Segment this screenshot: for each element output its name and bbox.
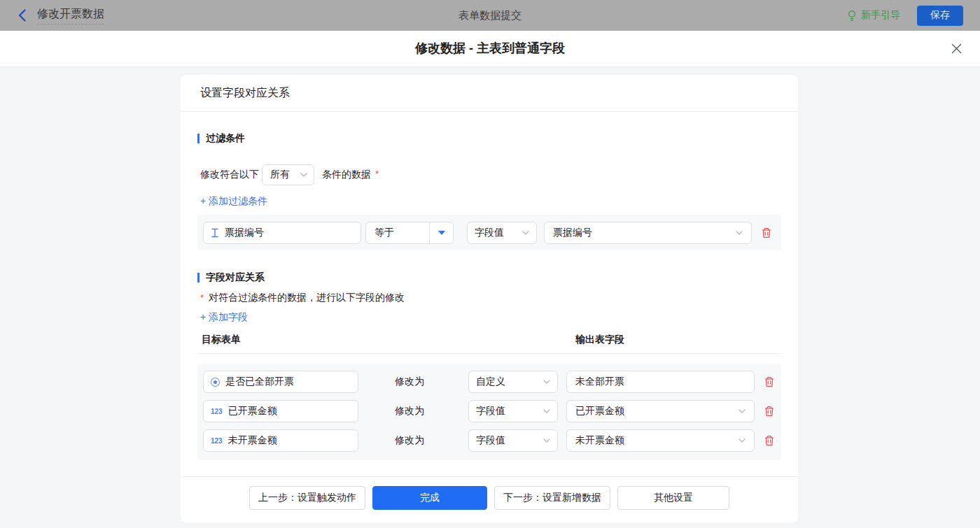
- filter-field-input[interactable]: 票据编号: [203, 222, 361, 244]
- app-page-title: 表单数据提交: [0, 0, 980, 31]
- modify-to-label: 修改为: [395, 376, 424, 388]
- trash-icon: [761, 227, 772, 238]
- target-field-name: 未开票金额: [228, 434, 277, 447]
- target-field-box[interactable]: 是否已全部开票: [203, 371, 358, 393]
- topbar: 修改开票数据 表单数据提交 新手引导 保存: [0, 0, 980, 31]
- filter-value-type-select[interactable]: 字段值: [467, 222, 537, 244]
- output-field-column-header: 输出表字段: [575, 334, 624, 346]
- trash-icon: [764, 406, 775, 417]
- match-mode-select[interactable]: 所有: [262, 164, 314, 185]
- filter-condition-row: 票据编号 等于 字段值 票据编号: [197, 215, 781, 250]
- required-asterisk: *: [200, 292, 204, 305]
- output-field-value: 已开票金额: [575, 405, 624, 418]
- modify-to-label: 修改为: [395, 405, 424, 418]
- filter-operator-value: 等于: [366, 227, 429, 239]
- filter-value-type: 字段值: [475, 227, 504, 239]
- text-field-icon: [211, 228, 219, 238]
- match-prefix-label: 修改符合以下: [200, 169, 259, 181]
- add-field-link[interactable]: + 添加字段: [200, 311, 248, 324]
- value-type-select[interactable]: 自定义: [468, 371, 558, 393]
- beginner-guide-link[interactable]: 新手引导: [847, 9, 900, 22]
- mapping-row: 是否已全部开票 修改为 自定义 未全部开票: [203, 371, 781, 393]
- mapping-description-text: 对符合过滤条件的数据，进行以下字段的修改: [209, 292, 405, 304]
- mapping-description: * 对符合过滤条件的数据，进行以下字段的修改: [200, 292, 405, 304]
- number-icon: 123: [211, 408, 223, 415]
- footer-buttons: 上一步：设置触发动作 完成 下一步：设置新增数据 其他设置: [181, 486, 798, 510]
- value-type-select[interactable]: 字段值: [468, 429, 558, 452]
- delete-field-button[interactable]: [763, 405, 776, 418]
- filter-value: 票据编号: [553, 227, 592, 239]
- output-field-value: 未开票金额: [575, 434, 624, 447]
- modify-to-label: 修改为: [395, 434, 424, 447]
- operator-dropdown-zone[interactable]: [429, 222, 453, 243]
- chevron-down-icon: [522, 231, 529, 235]
- chevron-down-icon: [736, 231, 743, 235]
- value-type: 字段值: [476, 434, 505, 447]
- prev-step-button[interactable]: 上一步：设置触发动作: [249, 486, 365, 510]
- trash-icon: [764, 435, 775, 446]
- chevron-down-icon: [300, 173, 307, 177]
- modal-title: 修改数据 - 主表到普通字段: [0, 31, 980, 66]
- mapping-rows-panel: 是否已全部开票 修改为 自定义 未全部开票 123: [197, 364, 781, 460]
- target-field-name: 已开票金额: [228, 405, 277, 418]
- target-field-name: 是否已全部开票: [225, 376, 294, 388]
- chevron-down-icon: [543, 409, 550, 413]
- next-step-button[interactable]: 下一步：设置新增数据: [494, 486, 610, 510]
- card-header-title: 设置字段对应关系: [181, 75, 798, 112]
- number-icon: 123: [211, 437, 223, 445]
- section-accent-bar: [197, 273, 200, 283]
- filter-operator-select[interactable]: 等于: [365, 222, 454, 244]
- delete-filter-button[interactable]: [760, 227, 773, 239]
- footer-divider: [181, 476, 798, 477]
- custom-value: 未全部开票: [575, 376, 624, 388]
- modal-header: 修改数据 - 主表到普通字段: [0, 31, 980, 67]
- match-mode-value: 所有: [270, 169, 290, 181]
- chevron-down-icon: [543, 380, 550, 384]
- chevron-down-icon: [738, 409, 746, 413]
- settings-card: 设置字段对应关系 过滤条件 修改符合以下 所有 条件的数据 * + 添加过滤条件…: [181, 75, 798, 522]
- save-button[interactable]: 保存: [917, 6, 963, 26]
- guide-label: 新手引导: [861, 9, 900, 22]
- required-asterisk: *: [375, 169, 379, 179]
- output-field-select[interactable]: 未开票金额: [566, 429, 755, 452]
- section-accent-bar: [197, 134, 200, 143]
- output-field-select[interactable]: 已开票金额: [566, 400, 755, 422]
- mapping-row: 123 已开票金额 修改为 字段值 已开票金额: [203, 400, 781, 422]
- value-type-select[interactable]: 字段值: [468, 400, 558, 422]
- done-button[interactable]: 完成: [372, 486, 487, 510]
- value-type: 字段值: [476, 405, 505, 418]
- delete-field-button[interactable]: [763, 434, 776, 447]
- filter-value-select[interactable]: 票据编号: [544, 222, 752, 244]
- value-type: 自定义: [476, 376, 505, 388]
- filter-section-title: 过滤条件: [197, 132, 245, 145]
- filter-field-value: 票据编号: [225, 227, 264, 239]
- custom-value-input[interactable]: 未全部开票: [566, 371, 755, 393]
- trash-icon: [764, 376, 775, 387]
- target-field-box[interactable]: 123 已开票金额: [203, 400, 358, 422]
- triangle-down-icon: [438, 231, 445, 235]
- match-suffix-label: 条件的数据: [322, 169, 371, 181]
- add-filter-condition-link[interactable]: + 添加过滤条件: [200, 195, 267, 208]
- close-icon[interactable]: [950, 42, 962, 55]
- target-field-box[interactable]: 123 未开票金额: [203, 429, 358, 452]
- mapping-section-title: 字段对应关系: [197, 271, 265, 284]
- filter-match-row: 修改符合以下 所有 条件的数据 *: [200, 164, 379, 185]
- topbar-right: 新手引导 保存: [847, 0, 963, 31]
- column-header-divider: [197, 353, 781, 354]
- radio-icon: [211, 378, 220, 387]
- lightbulb-icon: [847, 10, 857, 22]
- other-settings-button[interactable]: 其他设置: [617, 486, 729, 510]
- delete-field-button[interactable]: [763, 376, 776, 388]
- target-form-column-header: 目标表单: [202, 334, 241, 346]
- chevron-down-icon: [738, 438, 746, 443]
- chevron-down-icon: [543, 438, 550, 443]
- mapping-row: 123 未开票金额 修改为 字段值 未开票金额: [203, 429, 781, 452]
